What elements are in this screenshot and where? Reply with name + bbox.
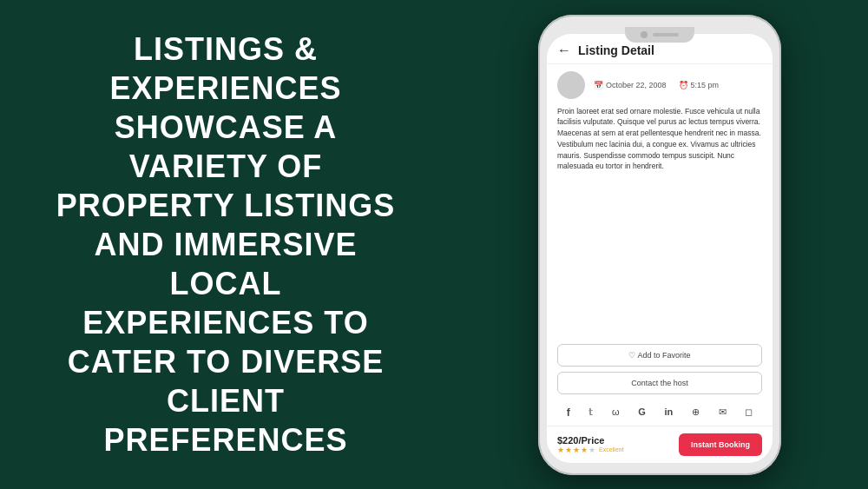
phone-camera	[641, 31, 648, 38]
instagram-icon[interactable]: ◻	[745, 406, 753, 419]
left-panel: LISTINGS & EXPERIENCES SHOWCASE A VARIET…	[0, 0, 451, 489]
date-value: October 22, 2008	[606, 81, 667, 89]
favorite-button[interactable]: ♡ Add to Favorite	[557, 344, 762, 367]
star-rating: ★ ★ ★ ★ ★ Excellent	[557, 446, 623, 454]
star-5: ★	[589, 446, 595, 454]
headline: LISTINGS & EXPERIENCES SHOWCASE A VARIET…	[52, 30, 399, 459]
facebook-icon[interactable]: f	[567, 406, 570, 419]
phone-notch	[625, 27, 694, 43]
avatar	[557, 71, 585, 99]
rating-label: Excellent	[599, 446, 623, 453]
screen-footer: $220/Price ★ ★ ★ ★ ★ Excellent Instant B…	[547, 426, 773, 463]
right-panel: ← Listing Detail 📅 October 22, 2008 ⏰ 5:…	[451, 0, 868, 489]
price-block: $220/Price ★ ★ ★ ★ ★ Excellent	[557, 435, 623, 454]
email-icon[interactable]: ✉	[719, 406, 727, 419]
star-1: ★	[557, 446, 564, 454]
star-3: ★	[573, 446, 580, 454]
star-2: ★	[565, 446, 572, 454]
instant-booking-button[interactable]: Instant Booking	[679, 433, 762, 456]
back-arrow-icon[interactable]: ←	[557, 43, 571, 58]
date-time: 📅 October 22, 2008 ⏰ 5:15 pm	[594, 81, 719, 89]
social-icons-row: f 𝕥 ω G in ⊕ ✉ ◻	[547, 400, 773, 426]
pinterest-icon[interactable]: ⊕	[692, 406, 700, 419]
phone-shell: ← Listing Detail 📅 October 22, 2008 ⏰ 5:…	[538, 15, 781, 475]
listing-meta: 📅 October 22, 2008 ⏰ 5:15 pm	[547, 64, 773, 102]
calendar-icon: 📅	[594, 81, 603, 89]
star-4: ★	[581, 446, 588, 454]
time-value: 5:15 pm	[691, 81, 720, 89]
clock-icon: ⏰	[679, 81, 688, 89]
phone-speaker	[653, 33, 679, 36]
action-buttons: ♡ Add to Favorite Contact the host	[547, 339, 773, 400]
price-value: $220/Price	[557, 435, 623, 446]
twitter-icon[interactable]: 𝕥	[589, 406, 593, 419]
twitch-icon[interactable]: ω	[612, 406, 620, 419]
listing-body: Proin laoreet erat sed ornare molestie. …	[547, 102, 773, 339]
linkedin-icon[interactable]: in	[664, 406, 673, 419]
date-field: 📅 October 22, 2008	[594, 81, 667, 89]
time-field: ⏰ 5:15 pm	[679, 81, 720, 89]
google-icon[interactable]: G	[638, 406, 646, 419]
phone-screen: ← Listing Detail 📅 October 22, 2008 ⏰ 5:…	[547, 34, 773, 463]
contact-host-button[interactable]: Contact the host	[557, 372, 762, 394]
screen-title: Listing Detail	[578, 43, 654, 57]
